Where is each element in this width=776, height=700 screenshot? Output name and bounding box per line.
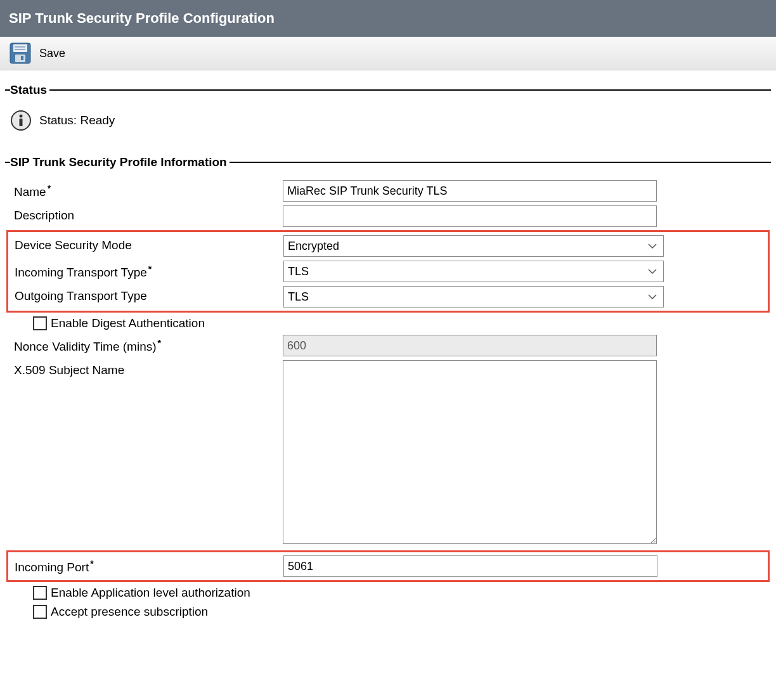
incoming-transport-row: Incoming Transport Type TLS xyxy=(11,259,765,284)
x509-textarea[interactable] xyxy=(283,360,657,544)
nonce-validity-input[interactable] xyxy=(283,335,657,356)
name-row: Name xyxy=(10,178,766,204)
description-label: Description xyxy=(10,205,283,223)
device-security-mode-label: Device Security Mode xyxy=(11,235,283,252)
name-label: Name xyxy=(10,180,283,199)
enable-app-auth-label: Enable Application level authorization xyxy=(51,586,250,600)
device-security-mode-select[interactable]: Encrypted xyxy=(283,235,664,257)
incoming-port-input[interactable] xyxy=(283,555,657,577)
status-text: Status: Ready xyxy=(39,113,115,127)
enable-app-auth-row: Enable Application level authorization xyxy=(10,583,766,602)
enable-digest-row: Enable Digest Authentication xyxy=(10,314,766,333)
profile-legend: SIP Trunk Security Profile Information xyxy=(10,155,230,169)
status-legend: Status xyxy=(10,83,49,97)
status-row: Status: Ready xyxy=(10,106,766,135)
incoming-transport-label: Incoming Transport Type xyxy=(11,261,283,280)
accept-presence-row: Accept presence subscription xyxy=(10,602,766,621)
content-area: Status Status: Ready SIP Trunk Security … xyxy=(0,70,776,621)
svg-rect-8 xyxy=(20,119,23,126)
profile-fieldset: SIP Trunk Security Profile Information N… xyxy=(5,155,771,621)
highlight-box-port: Incoming Port xyxy=(6,550,770,582)
outgoing-transport-select[interactable]: TLS xyxy=(283,286,664,308)
nonce-validity-label: Nonce Validity Time (mins) xyxy=(10,335,283,354)
save-button-label[interactable]: Save xyxy=(39,47,65,60)
incoming-port-label: Incoming Port xyxy=(11,555,283,574)
svg-rect-4 xyxy=(15,55,25,62)
accept-presence-label: Accept presence subscription xyxy=(51,605,208,619)
outgoing-transport-row: Outgoing Transport Type TLS xyxy=(11,284,765,309)
svg-rect-5 xyxy=(21,56,23,60)
status-fieldset: Status Status: Ready xyxy=(5,83,771,140)
page-title: SIP Trunk Security Profile Configuration xyxy=(9,10,275,26)
save-icon[interactable] xyxy=(9,42,32,65)
accept-presence-checkbox[interactable] xyxy=(33,605,47,619)
x509-label: X.509 Subject Name xyxy=(10,360,283,377)
description-row: Description xyxy=(10,204,766,229)
svg-rect-1 xyxy=(13,44,27,52)
page-header: SIP Trunk Security Profile Configuration xyxy=(0,0,776,37)
info-icon xyxy=(10,110,32,131)
description-input[interactable] xyxy=(283,205,657,227)
incoming-port-row: Incoming Port xyxy=(11,554,765,579)
device-security-mode-row: Device Security Mode Encrypted xyxy=(11,233,765,259)
nonce-validity-row: Nonce Validity Time (mins) xyxy=(10,333,766,358)
highlight-box-transport: Device Security Mode Encrypted Incoming … xyxy=(6,230,770,313)
enable-digest-checkbox[interactable] xyxy=(33,316,47,330)
toolbar: Save xyxy=(0,37,776,70)
x509-row: X.509 Subject Name xyxy=(10,358,766,549)
enable-digest-label: Enable Digest Authentication xyxy=(51,316,205,330)
outgoing-transport-label: Outgoing Transport Type xyxy=(11,286,283,303)
enable-app-auth-checkbox[interactable] xyxy=(33,586,47,600)
svg-point-7 xyxy=(20,115,23,118)
name-input[interactable] xyxy=(283,180,657,202)
incoming-transport-select[interactable]: TLS xyxy=(283,261,664,282)
